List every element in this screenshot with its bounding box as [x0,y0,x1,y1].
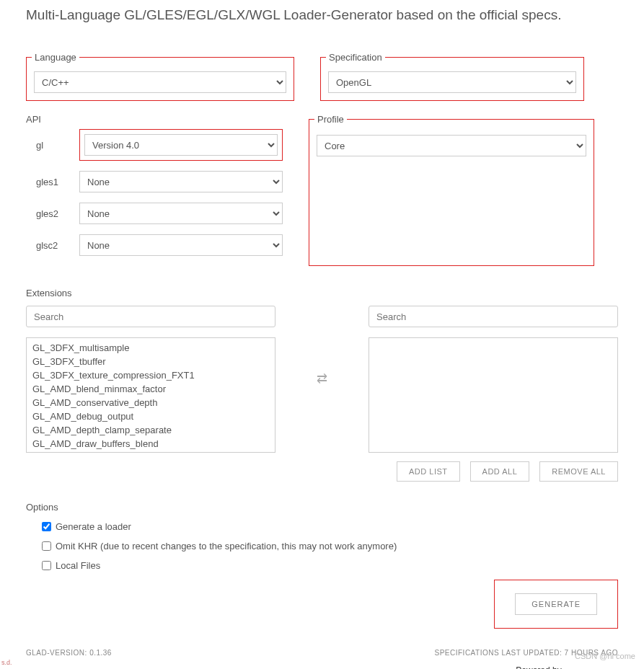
swap-icon: ⇄ [317,371,327,386]
extension-item[interactable]: GL_3DFX_texture_compression_FXT1 [27,368,275,382]
extensions-available-list[interactable]: GL_3DFX_multisampleGL_3DFX_tbufferGL_3DF… [26,337,275,453]
version-text: GLAD-VERSION: 0.1.36 [26,649,112,657]
option-checkbox-1[interactable] [42,541,51,551]
language-fieldset: Language C/C++ [26,52,294,101]
language-label: Language [32,52,79,63]
api-gl-select[interactable]: Version 4.0 [84,134,278,156]
powered-by: Powered by Red Hat OpenShift Online [26,665,618,669]
extension-item[interactable]: GL_AMD_conservative_depth [27,396,275,409]
option-checkbox-2[interactable] [42,561,51,570]
option-checkbox-0[interactable] [42,522,51,531]
watermark-right: CSDN @hi come [575,652,635,660]
api-label: API [26,114,41,125]
option-row: Omit KHR (due to recent changes to the s… [26,541,618,551]
language-select[interactable]: C/C++ [34,71,286,93]
specification-label: Specification [326,52,385,63]
extension-item[interactable]: GL_AMD_depth_clamp_separate [27,423,275,437]
options-section: Options Generate a loaderOmit KHR (due t… [26,502,618,571]
footer: GLAD-VERSION: 0.1.36 SPECIFICATIONS LAST… [26,649,618,657]
extension-item[interactable]: GL_3DFX_tbuffer [27,355,275,368]
specification-select[interactable]: OpenGL [328,71,576,93]
option-label: Local Files [56,560,100,571]
extensions-label: Extensions [26,288,618,298]
extension-item[interactable]: GL_AMD_draw_buffers_blend [27,437,275,451]
specification-fieldset: Specification OpenGL [320,52,584,101]
page-subtitle: Multi-Language GL/GLES/EGL/GLX/WGL Loade… [26,7,618,23]
profile-fieldset: Profile Core [309,114,594,266]
api-glsc2-label: glsc2 [26,240,66,251]
add-list-button[interactable]: ADD LIST [397,461,460,482]
extensions-section: Extensions GL_3DFX_multisampleGL_3DFX_tb… [26,288,618,482]
watermark-left: s.d. [1,659,12,666]
api-glsc2-select[interactable]: None [79,234,283,256]
api-fieldset: API gl Version 4.0 gles1 None gles2 None… [26,114,283,266]
generate-fieldset: GENERATE [494,580,618,629]
api-gl-label: gl [26,140,66,151]
generate-button[interactable]: GENERATE [515,593,597,615]
option-label: Generate a loader [56,521,131,532]
extensions-search-right[interactable] [369,306,618,327]
options-label: Options [26,502,618,513]
add-all-button[interactable]: ADD ALL [470,461,530,482]
option-label: Omit KHR (due to recent changes to the s… [56,541,397,551]
extension-item[interactable]: GL_AMD_debug_output [27,409,275,423]
api-gles2-select[interactable]: None [79,203,283,224]
option-row: Local Files [26,560,618,571]
option-row: Generate a loader [26,521,618,532]
profile-select[interactable]: Core [317,135,586,156]
extension-item[interactable]: GL_AMD_blend_minmax_factor [27,382,275,396]
powered-by-text: Powered by [516,665,618,669]
api-gl-highlight: Version 4.0 [79,129,283,161]
extension-item[interactable]: GL_AMD_framebuffer_multisample_advanced [27,451,275,453]
extensions-search-left[interactable] [26,306,275,327]
profile-label: Profile [314,114,347,125]
extension-item[interactable]: GL_3DFX_multisample [27,341,275,355]
remove-all-button[interactable]: REMOVE ALL [539,461,618,482]
api-gles1-label: gles1 [26,177,66,187]
extensions-selected-list[interactable] [369,337,618,453]
api-gles2-label: gles2 [26,208,66,219]
api-gles1-select[interactable]: None [79,171,283,192]
